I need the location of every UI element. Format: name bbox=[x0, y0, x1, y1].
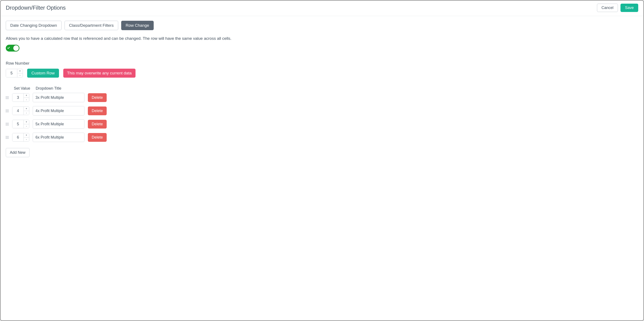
dropdown-title-input[interactable] bbox=[33, 106, 84, 116]
delete-button[interactable]: Delete bbox=[88, 107, 107, 115]
set-value-stepper[interactable]: +- bbox=[12, 133, 29, 142]
set-value-input[interactable] bbox=[12, 120, 24, 128]
set-value-input[interactable] bbox=[12, 107, 24, 115]
overwrite-warning-badge: This may overwrite any current data bbox=[63, 69, 136, 78]
step-up-button[interactable]: + bbox=[24, 94, 29, 98]
option-row: +-Delete bbox=[6, 93, 638, 102]
titlebar: Dropdown/Filter Options Cancel Save bbox=[1, 1, 643, 16]
stepper-buttons: + - bbox=[17, 69, 23, 77]
tab-class-department-filters[interactable]: Class/Department Filters bbox=[64, 21, 118, 30]
col-header-set-value: Set Value bbox=[12, 86, 32, 91]
step-up-button[interactable]: + bbox=[24, 133, 29, 138]
set-value-input[interactable] bbox=[12, 94, 24, 102]
option-row: +-Delete bbox=[6, 106, 638, 116]
titlebar-actions: Cancel Save bbox=[597, 4, 638, 12]
stepper-buttons: +- bbox=[24, 94, 29, 102]
check-icon bbox=[7, 46, 10, 50]
modal-content: Date Changing DropdownClass/Department F… bbox=[1, 16, 643, 164]
delete-button[interactable]: Delete bbox=[88, 133, 107, 142]
dropdown-title-input[interactable] bbox=[33, 133, 84, 142]
step-down-button[interactable]: - bbox=[24, 124, 29, 128]
dropdown-title-input[interactable] bbox=[33, 93, 84, 102]
drag-handle-icon[interactable] bbox=[6, 135, 9, 139]
option-row: +-Delete bbox=[6, 133, 638, 142]
row-number-stepper[interactable]: + - bbox=[6, 69, 23, 77]
save-button[interactable]: Save bbox=[620, 4, 638, 12]
toggle-knob bbox=[13, 45, 19, 51]
set-value-input[interactable] bbox=[12, 133, 24, 141]
stepper-buttons: +- bbox=[24, 133, 29, 141]
row-number-controls: + - Custom Row This may overwrite any cu… bbox=[6, 69, 638, 78]
tab-bar: Date Changing DropdownClass/Department F… bbox=[6, 21, 638, 30]
options-table: Set Value Dropdown Title +-Delete+-Delet… bbox=[6, 86, 638, 157]
option-row: +-Delete bbox=[6, 119, 638, 129]
modal-title: Dropdown/Filter Options bbox=[6, 5, 66, 11]
row-number-label: Row Number bbox=[6, 61, 638, 66]
delete-button[interactable]: Delete bbox=[88, 120, 107, 129]
drag-handle-icon[interactable] bbox=[6, 122, 9, 126]
stepper-buttons: +- bbox=[24, 107, 29, 115]
dropdown-title-input[interactable] bbox=[33, 119, 84, 129]
set-value-stepper[interactable]: +- bbox=[12, 120, 29, 128]
tab-description: Allows you to have a calculated row that… bbox=[6, 36, 638, 41]
modal-window: Dropdown/Filter Options Cancel Save Date… bbox=[0, 0, 644, 321]
step-up-button[interactable]: + bbox=[17, 69, 23, 73]
stepper-buttons: +- bbox=[24, 120, 29, 128]
step-down-button[interactable]: - bbox=[24, 98, 29, 102]
tab-row-change[interactable]: Row Change bbox=[121, 21, 154, 30]
set-value-stepper[interactable]: +- bbox=[12, 93, 29, 102]
step-up-button[interactable]: + bbox=[24, 107, 29, 111]
custom-row-button[interactable]: Custom Row bbox=[27, 69, 59, 78]
options-list: +-Delete+-Delete+-Delete+-Delete bbox=[6, 93, 638, 142]
delete-button[interactable]: Delete bbox=[88, 93, 107, 102]
step-down-button[interactable]: - bbox=[24, 138, 29, 142]
step-down-button[interactable]: - bbox=[24, 111, 29, 115]
add-new-button[interactable]: Add New bbox=[6, 148, 30, 157]
col-header-dropdown-title: Dropdown Title bbox=[32, 86, 85, 91]
step-down-button[interactable]: - bbox=[17, 73, 23, 77]
drag-handle-icon[interactable] bbox=[6, 109, 9, 113]
set-value-stepper[interactable]: +- bbox=[12, 107, 29, 115]
enable-toggle[interactable] bbox=[6, 45, 20, 52]
tab-date-changing-dropdown[interactable]: Date Changing Dropdown bbox=[6, 21, 62, 30]
column-headers: Set Value Dropdown Title bbox=[6, 86, 638, 91]
drag-handle-icon[interactable] bbox=[6, 95, 9, 100]
step-up-button[interactable]: + bbox=[24, 120, 29, 124]
row-number-input[interactable] bbox=[6, 69, 17, 77]
cancel-button[interactable]: Cancel bbox=[597, 4, 618, 12]
